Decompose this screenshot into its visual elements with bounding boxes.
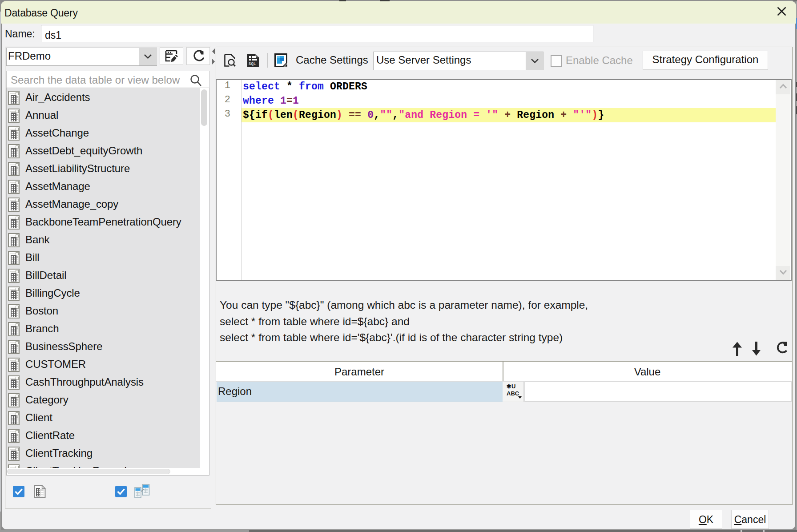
svg-text:ABC: ABC <box>507 390 519 397</box>
svg-text:✱U: ✱U <box>507 383 515 390</box>
svg-text:SQL: SQL <box>249 62 256 66</box>
